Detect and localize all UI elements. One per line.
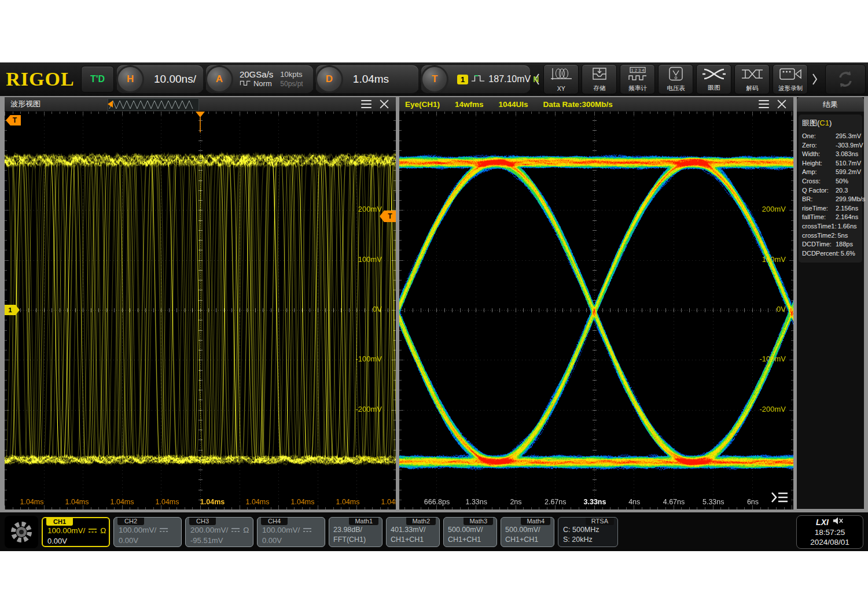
- math-tab: Math3: [464, 518, 493, 525]
- measurement-group-title: 眼图(C1): [802, 118, 861, 128]
- horizontal-knob[interactable]: H: [118, 67, 142, 91]
- eye-data-rate: Data Rate:300Mb/s: [543, 100, 613, 109]
- math-expr: CH1+CH1: [448, 535, 496, 545]
- menu-icon[interactable]: [361, 100, 372, 108]
- eye-voltage-label: 0V: [751, 305, 786, 313]
- results-sidebar: 结果 眼图(C1) One:295.3mVZero:-303.9mVWidth:…: [797, 97, 864, 509]
- trigger-group[interactable]: T 1 187.10mV N: [421, 65, 530, 93]
- toolbar-xy-button[interactable]: XY: [543, 64, 579, 94]
- channel-scale: 100.00mV/: [262, 525, 300, 536]
- xy-icon: [550, 67, 573, 84]
- toolbar-button-label: 频率计: [628, 84, 647, 93]
- navigator-arrow-icon: [108, 101, 113, 108]
- wave-time-label: 1.04ms: [61, 498, 93, 506]
- math-box-Math2[interactable]: Math2401.33mV/CH1+CH1: [386, 517, 440, 547]
- main-area: 波形视图 300mV200mV100mV0V-100mV-200mV-300mV…: [0, 96, 868, 512]
- waveform-navigator[interactable]: [108, 98, 199, 111]
- toolbar-eye-button[interactable]: 眼图: [696, 64, 731, 94]
- measurement-row: riseTime:2.156ns: [802, 204, 861, 213]
- sample-rate: 20GSa/s: [240, 70, 273, 79]
- math-box-Math3[interactable]: Math3500.00mV/CH1+CH1: [443, 517, 497, 547]
- channel-box-CH4[interactable]: CH4100.00mV/0.00V: [257, 517, 325, 547]
- eye-ui-count: 1044UIs: [499, 100, 528, 109]
- waveform-plot[interactable]: 300mV200mV100mV0V-100mV-200mV-300mV 1.04…: [5, 112, 396, 509]
- refresh-icon[interactable]: [825, 64, 866, 94]
- acquire-group[interactable]: A 20GSa/s Norm 10kpts 50ps/pt: [206, 65, 313, 93]
- toolbar-button-label: 眼图: [708, 84, 720, 92]
- math-tab: Math4: [521, 518, 550, 525]
- close-icon[interactable]: [777, 99, 786, 109]
- math-scale: 500.00mV/: [448, 525, 496, 535]
- math-box-Math1[interactable]: Math123.98dB/FFT(CH1): [329, 517, 382, 547]
- math-expr: FFT(CH1): [333, 535, 382, 545]
- memory-depth: 10kpts: [280, 70, 303, 79]
- impedance-icon: Ω: [243, 525, 249, 536]
- acquire-mode-icon: [240, 79, 251, 88]
- channel-box-CH2[interactable]: CH2100.00mV/0.00V: [113, 517, 182, 547]
- trigger-position-stem: [200, 117, 201, 132]
- measurement-row: DCDPercent:5.6%: [802, 249, 861, 259]
- toolbar-record-button[interactable]: 波形录制: [773, 64, 808, 94]
- settings-gear-button[interactable]: [5, 516, 38, 548]
- rigol-logo: RIGOL: [2, 68, 78, 90]
- delay-group[interactable]: D 1.04ms: [316, 65, 418, 93]
- channel-tab: CH2: [117, 518, 144, 525]
- rtsa-center: C: 500MHz: [563, 525, 617, 535]
- eye-time-label: 4.67ns: [658, 498, 690, 506]
- measurement-row: Q Factor:20.3: [802, 186, 861, 195]
- impedance-icon: Ω: [100, 526, 106, 536]
- channel-box-CH1[interactable]: CH1100.00mV/Ω0.00V: [42, 517, 110, 547]
- channel-tab: CH1: [46, 518, 73, 526]
- dc-coupling-icon: [231, 525, 240, 536]
- horizontal-group[interactable]: H 10.00ns/: [117, 65, 203, 93]
- math-scale: 23.98dB/: [333, 525, 382, 535]
- channel-box-CH3[interactable]: CH3200.00mV/Ω-95.51mV: [185, 517, 253, 547]
- wave-voltage-label: 200mV: [347, 205, 382, 213]
- toolbar-button-label: 波形录制: [778, 84, 803, 93]
- waveform-canvas[interactable]: [5, 112, 396, 509]
- wave-voltage-label: -100mV: [347, 354, 382, 363]
- wave-time-label: 1.04ms: [196, 498, 229, 506]
- scroll-right-icon[interactable]: [811, 73, 818, 86]
- bottom-bar: CH1100.00mV/Ω0.00VCH2100.00mV/0.00VCH320…: [0, 512, 868, 551]
- status-box[interactable]: LXI 18:57:25 2024/08/01: [796, 515, 863, 549]
- eye-diagram-plot[interactable]: 200mV100mV0V-100mV-200mV 666.8ps1.33ns2n…: [399, 112, 793, 509]
- measurement-row: crossTime2:5ns: [802, 231, 861, 241]
- trigger-position-icon[interactable]: [196, 112, 205, 117]
- eye-voltage-label: -100mV: [751, 354, 786, 363]
- channel-tab: CH3: [189, 518, 216, 525]
- wave-voltage-label: -200mV: [347, 405, 382, 413]
- acquire-knob[interactable]: A: [207, 67, 231, 91]
- eye-diagram-panel: Eye(CH1) 14wfms 1044UIs Data Rate:300Mb/…: [399, 97, 793, 509]
- menu-icon[interactable]: [759, 100, 769, 108]
- delay-knob[interactable]: D: [317, 67, 341, 91]
- channel-offset: 0.00V: [47, 536, 109, 546]
- trigger-knob[interactable]: T: [422, 67, 447, 91]
- channel-scale: 100.00mV/: [47, 526, 85, 536]
- lxi-label: LXI: [816, 518, 829, 527]
- voltmeter-icon: [668, 67, 684, 84]
- toolbar-voltmeter-button[interactable]: 电压表: [658, 64, 693, 94]
- trigger-level-value: 187.10mV: [488, 74, 531, 84]
- eye-waveform-count: 14wfms: [455, 100, 484, 109]
- measurement-row: Width:3.083ns: [802, 150, 861, 159]
- results-header: 结果: [797, 97, 864, 112]
- channel-offset: 0.00V: [262, 536, 325, 545]
- trigger-status-button[interactable]: T'D: [81, 66, 114, 93]
- toolbar-menu: XY存储1 2 3 4频率计电压表眼图解码波形录制: [543, 64, 808, 94]
- navigator-waveform-icon: [108, 99, 197, 110]
- math-box-Math4[interactable]: Math4500.00mV/CH1+CH1: [501, 517, 554, 547]
- toolbar-counter-button[interactable]: 1 2 3 4频率计: [620, 64, 655, 94]
- sample-resolution: 50ps/pt: [280, 79, 303, 88]
- storage-icon: [590, 67, 609, 84]
- eye-diagram-canvas[interactable]: [399, 112, 793, 509]
- delay-value: 1.04ms: [346, 73, 396, 86]
- rtsa-box[interactable]: RTSA C: 500MHz S: 20kHz: [558, 517, 618, 547]
- toolbar-storage-button[interactable]: 存储: [582, 64, 617, 94]
- wave-voltage-label: 300mV: [347, 155, 382, 164]
- toolbar-decode-button[interactable]: 解码: [734, 64, 770, 94]
- close-icon[interactable]: [380, 99, 389, 109]
- trigger-slope: N: [533, 75, 539, 84]
- expand-menu-icon[interactable]: [770, 491, 789, 506]
- wave-voltage-label: -300mV: [347, 455, 382, 463]
